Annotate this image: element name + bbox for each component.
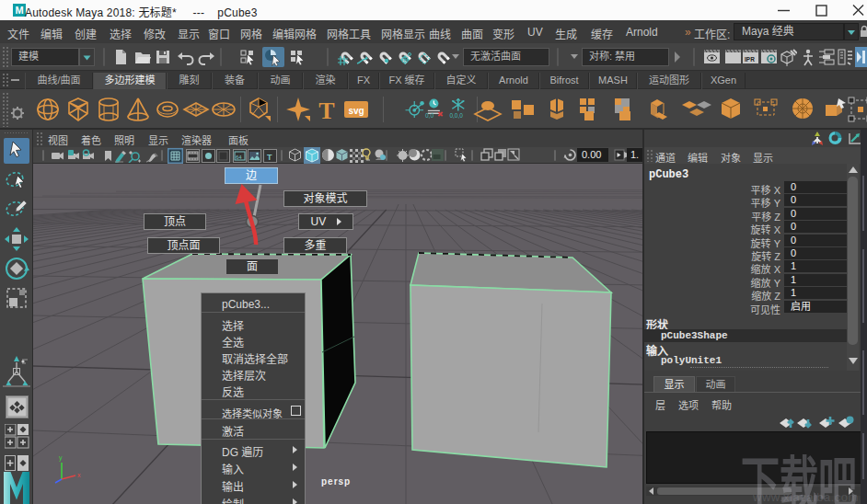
svg-text:IPR: IPR [745,56,755,63]
svg-text:64: 64 [236,155,242,160]
svg-text:svg: svg [348,106,364,116]
svg-text:x: x [77,472,81,478]
svg-text:persp: persp [321,476,351,487]
svg-text:0,0,0: 0,0,0 [449,112,463,119]
svg-text:T: T [267,153,272,162]
svg-text:0,0: 0,0 [425,112,434,119]
svg-text:y: y [59,454,63,462]
svg-text:T: T [318,97,334,123]
